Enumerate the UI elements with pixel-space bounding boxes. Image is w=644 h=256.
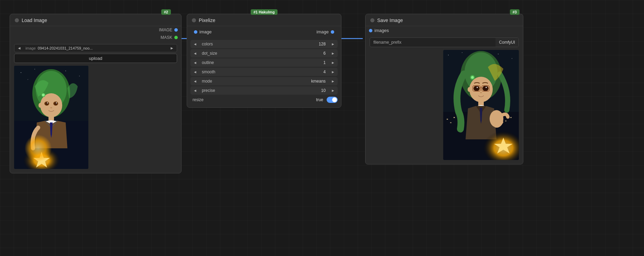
save-images-input-label: images	[374, 28, 389, 33]
svg-point-20	[39, 103, 42, 108]
pixelize-status-dot	[192, 18, 196, 22]
save-image-status-dot	[370, 18, 374, 22]
resize-toggle[interactable]	[327, 97, 338, 103]
svg-point-3	[34, 69, 35, 70]
filename-prefix-value[interactable]: ComfyUI	[495, 38, 519, 47]
precise-value: 10	[318, 86, 328, 95]
svg-point-6	[79, 76, 80, 76]
svg-point-32	[462, 52, 462, 53]
save-image-badge: #3	[510, 9, 520, 15]
load-image-node: #2 Load Image IMAGE MASK ◄ image 09414-2…	[10, 14, 182, 173]
svg-rect-28	[454, 117, 455, 118]
pixelize-node: #1 HakuImg Pixelize image image ◄ colors…	[187, 14, 341, 108]
selector-arrow-left[interactable]: ◄	[14, 44, 24, 52]
smooth-arrow-left[interactable]: ◄	[190, 68, 200, 76]
mask-output-label: MASK	[161, 35, 172, 40]
svg-point-39	[471, 76, 474, 79]
pixelize-image-output-port[interactable]	[331, 30, 334, 34]
svg-point-2	[21, 72, 21, 73]
image-output-port[interactable]	[174, 28, 178, 32]
precise-arrow-left[interactable]: ◄	[190, 87, 200, 94]
selector-value: 09414-20241031_214759_noo...	[37, 45, 167, 52]
save-images-input-row: images	[365, 26, 523, 35]
load-image-badge: #2	[161, 9, 171, 15]
svg-point-35	[512, 58, 512, 59]
outline-arrow-left[interactable]: ◄	[190, 59, 200, 66]
dot-size-label: dot_size	[200, 49, 321, 57]
anime-svg-save	[443, 50, 519, 160]
precise-label: precise	[200, 86, 318, 95]
svg-point-7	[28, 79, 28, 80]
svg-point-31	[448, 55, 449, 55]
load-image-header: Load Image	[10, 14, 181, 26]
mask-output-port[interactable]	[174, 36, 178, 39]
param-outline: ◄ outline 1 ►	[190, 58, 338, 67]
pixelize-header: Pixelize	[187, 14, 341, 26]
selector-arrow-right[interactable]: ►	[167, 44, 177, 52]
image-selector: ◄ image 09414-20241031_214759_noo... ►	[14, 44, 177, 52]
param-mode: ◄ mode kmeans ►	[190, 77, 338, 85]
colors-arrow-right[interactable]: ►	[328, 40, 338, 48]
smooth-arrow-right[interactable]: ►	[328, 68, 338, 76]
svg-rect-29	[505, 120, 506, 121]
image-output-row: IMAGE	[10, 26, 181, 34]
svg-point-15	[47, 103, 48, 104]
svg-point-18	[42, 94, 45, 96]
pixelize-title: Pixelize	[199, 18, 215, 23]
svg-rect-27	[450, 122, 451, 123]
svg-point-5	[65, 71, 66, 71]
colors-value: 128	[316, 40, 328, 48]
save-images-input-port[interactable]	[369, 29, 372, 32]
smooth-value: 4	[320, 68, 328, 76]
load-image-status-dot	[15, 18, 19, 22]
pixelize-input-label: image	[199, 29, 211, 34]
svg-point-45	[477, 87, 478, 88]
outline-value: 1	[320, 58, 328, 67]
selector-prefix: image	[24, 46, 37, 50]
save-image-preview	[443, 50, 519, 160]
outline-arrow-right[interactable]: ►	[328, 59, 338, 66]
precise-arrow-right[interactable]: ►	[328, 87, 338, 94]
param-colors: ◄ colors 128 ►	[190, 40, 338, 48]
svg-point-19	[50, 107, 52, 108]
mask-output-row: MASK	[10, 34, 181, 41]
svg-point-16	[56, 103, 57, 104]
filename-prefix-label: filename_prefix	[370, 38, 495, 47]
param-dot-size: ◄ dot_size 6 ►	[190, 49, 338, 57]
mode-arrow-left[interactable]: ◄	[190, 77, 200, 85]
svg-rect-30	[510, 117, 512, 118]
pixelize-output-row: image	[313, 28, 338, 36]
mode-value: kmeans	[308, 77, 328, 85]
svg-rect-26	[447, 119, 448, 120]
param-resize: resize true	[190, 96, 338, 104]
svg-point-46	[485, 87, 487, 88]
param-precise: ◄ precise 10 ►	[190, 86, 338, 95]
pixelize-image-input-port[interactable]	[194, 30, 197, 34]
save-image-node: #3 Save Image images filename_prefix Com…	[365, 14, 523, 164]
param-smooth: ◄ smooth 4 ►	[190, 68, 338, 76]
pixelize-input-row: image	[190, 28, 215, 36]
colors-arrow-left[interactable]: ◄	[190, 40, 200, 48]
anime-svg-load	[14, 66, 88, 169]
anime-preview-load	[14, 66, 88, 169]
filename-prefix-row: filename_prefix ComfyUI	[370, 38, 519, 47]
pixelize-output-label: image	[317, 29, 329, 34]
svg-point-51	[468, 87, 471, 92]
resize-label: resize	[190, 96, 315, 104]
svg-point-34	[498, 54, 499, 54]
colors-label: colors	[200, 40, 316, 48]
outline-label: outline	[200, 58, 321, 67]
save-image-header: Save Image	[365, 14, 523, 26]
image-output-label: IMAGE	[159, 28, 172, 32]
mode-label: mode	[200, 77, 308, 85]
resize-value: true	[315, 96, 325, 104]
mode-arrow-right[interactable]: ►	[328, 77, 338, 85]
load-image-title: Load Image	[22, 18, 47, 23]
smooth-label: smooth	[200, 68, 321, 76]
pixelize-badge: #1 HakuImg	[251, 9, 277, 15]
upload-button[interactable]: upload	[14, 54, 177, 63]
dot-size-arrow-right[interactable]: ►	[328, 50, 338, 57]
dot-size-arrow-left[interactable]: ◄	[190, 50, 200, 57]
dot-size-value: 6	[320, 49, 328, 57]
svg-point-50	[480, 92, 482, 93]
